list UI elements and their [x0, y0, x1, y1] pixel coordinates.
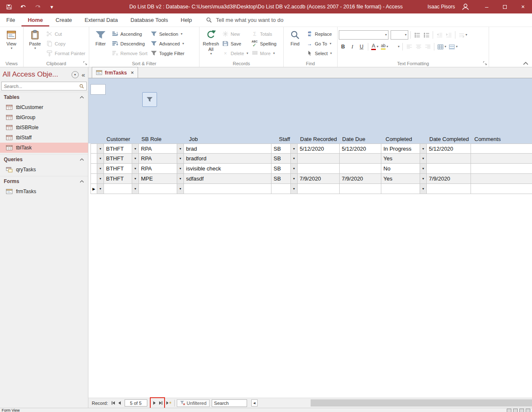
- first-record-button[interactable]: [110, 400, 117, 407]
- sb-role-combo-arrow-icon[interactable]: ▼: [177, 184, 184, 194]
- new-blank-record-button[interactable]: [166, 400, 172, 407]
- nav-section-tables[interactable]: Tables: [0, 92, 88, 102]
- date-completed-field[interactable]: [427, 184, 471, 194]
- maximize-button[interactable]: [496, 0, 514, 13]
- nav-section-forms[interactable]: Forms: [0, 176, 88, 186]
- filter-button[interactable]: Filter: [90, 28, 111, 47]
- id-combo-arrow-icon[interactable]: ▼: [97, 184, 104, 194]
- nav-section-queries[interactable]: Queries: [0, 154, 88, 165]
- paste-button[interactable]: Paste ▾: [25, 28, 45, 50]
- date-due-field[interactable]: 5/12/2020: [340, 144, 381, 153]
- completed-combo-arrow-icon[interactable]: ▼: [420, 144, 427, 153]
- increase-indent-button[interactable]: [444, 31, 453, 39]
- font-color-button[interactable]: A▾: [370, 43, 379, 51]
- job-field[interactable]: isvisible check: [184, 164, 271, 173]
- row-selector[interactable]: [90, 164, 97, 173]
- scroll-left-button[interactable]: ◀: [251, 399, 258, 407]
- completed-field[interactable]: Yes: [381, 174, 420, 183]
- job-field[interactable]: bradford: [184, 154, 271, 163]
- job-field[interactable]: [184, 184, 271, 194]
- comments-field[interactable]: [471, 184, 532, 194]
- date-due-field[interactable]: [340, 164, 381, 173]
- staff-field[interactable]: SB: [271, 174, 291, 183]
- new-record-button[interactable]: New: [221, 29, 250, 39]
- spelling-button[interactable]: ABC✓Spelling: [250, 39, 279, 48]
- sb-role-combo-arrow-icon[interactable]: ▼: [177, 174, 184, 183]
- align-center-button[interactable]: [414, 43, 423, 51]
- toggle-filter-button[interactable]: Toggle Filter: [149, 48, 186, 58]
- customer-field[interactable]: BTHFT: [104, 174, 132, 183]
- tab-external-data[interactable]: External Data: [78, 13, 124, 27]
- gridlines-button[interactable]: ▾: [436, 43, 447, 51]
- select-button[interactable]: Select▾: [305, 48, 334, 58]
- form-filter-button[interactable]: [142, 92, 157, 107]
- sb-role-field[interactable]: [139, 184, 177, 194]
- tab-database-tools[interactable]: Database Tools: [124, 13, 174, 27]
- row-selector[interactable]: [90, 154, 97, 163]
- filter-status-button[interactable]: Unfiltered: [177, 399, 210, 407]
- completed-combo-arrow-icon[interactable]: ▼: [420, 184, 427, 194]
- nav-item-tblCustomer[interactable]: tblCustomer: [0, 102, 88, 112]
- date-due-field[interactable]: [340, 154, 381, 163]
- delete-button[interactable]: ×Delete▾: [221, 48, 250, 58]
- staff-combo-arrow-icon[interactable]: ▼: [291, 164, 298, 173]
- scrollbar-thumb[interactable]: [311, 399, 532, 407]
- staff-field[interactable]: SB: [271, 144, 291, 153]
- nav-item-tblTask[interactable]: tblTask: [0, 143, 88, 153]
- ascending-button[interactable]: Ascending: [111, 29, 149, 39]
- tab-help[interactable]: Help: [174, 13, 198, 27]
- id-combo-arrow-icon[interactable]: ▼: [97, 154, 104, 163]
- customer-combo-arrow-icon[interactable]: ▼: [132, 164, 139, 173]
- numbering-button[interactable]: [422, 31, 431, 39]
- customer-combo-arrow-icon[interactable]: ▼: [132, 144, 139, 153]
- sb-role-combo-arrow-icon[interactable]: ▼: [177, 154, 184, 163]
- horizontal-scrollbar[interactable]: ◀: [251, 398, 532, 408]
- completed-combo-arrow-icon[interactable]: ▼: [420, 174, 427, 183]
- highlight-button[interactable]: ab▾: [380, 43, 389, 51]
- sb-role-field[interactable]: RPA: [139, 154, 177, 163]
- sb-role-combo-arrow-icon[interactable]: ▼: [177, 144, 184, 153]
- date-recorded-field[interactable]: [298, 164, 340, 173]
- selection-button[interactable]: Selection▾: [149, 29, 186, 39]
- user-name[interactable]: Isaac Pisors: [428, 4, 455, 10]
- undo-icon[interactable]: [19, 3, 27, 11]
- date-recorded-field[interactable]: 7/9/2020: [298, 174, 340, 183]
- find-button[interactable]: Find: [285, 28, 305, 47]
- collapse-ribbon-icon[interactable]: [523, 61, 529, 66]
- nav-item-tblStaff[interactable]: tblStaff: [0, 133, 88, 143]
- copy-button[interactable]: Copy: [45, 39, 88, 48]
- cut-button[interactable]: Cut: [45, 29, 88, 39]
- font-name-combo[interactable]: ▾: [339, 30, 388, 40]
- qat-customize-icon[interactable]: ▾: [48, 3, 56, 11]
- completed-field[interactable]: No: [381, 164, 420, 173]
- id-combo-arrow-icon[interactable]: ▼: [97, 164, 104, 173]
- replace-button[interactable]: abacReplace: [305, 29, 334, 39]
- customer-combo-arrow-icon[interactable]: ▼: [132, 154, 139, 163]
- format-painter-button[interactable]: Format Painter: [45, 48, 88, 58]
- sb-role-combo-arrow-icon[interactable]: ▼: [177, 164, 184, 173]
- completed-combo-arrow-icon[interactable]: ▼: [420, 164, 427, 173]
- job-field[interactable]: brad: [184, 144, 271, 153]
- customer-field[interactable]: BTHFT: [104, 164, 132, 173]
- descending-button[interactable]: Descending: [111, 39, 149, 48]
- row-selector[interactable]: [90, 174, 97, 183]
- completed-combo-arrow-icon[interactable]: ▼: [420, 154, 427, 163]
- date-completed-field[interactable]: [427, 164, 471, 173]
- nav-search-input[interactable]: Search...: [1, 82, 87, 90]
- tab-file[interactable]: File: [0, 13, 21, 27]
- layout-view-shortcut-icon[interactable]: [519, 409, 524, 412]
- avatar[interactable]: [460, 1, 471, 12]
- header-textbox[interactable]: [90, 84, 106, 95]
- more-button[interactable]: More▾: [250, 48, 279, 58]
- row-selector[interactable]: [90, 144, 97, 153]
- completed-field[interactable]: Yes: [381, 154, 420, 163]
- staff-combo-arrow-icon[interactable]: ▼: [291, 144, 298, 153]
- bullets-button[interactable]: [413, 31, 421, 39]
- date-completed-field[interactable]: [427, 154, 471, 163]
- comments-field[interactable]: [471, 164, 532, 173]
- nav-item-tblSBRole[interactable]: tblSBRole: [0, 122, 88, 133]
- collapse-section-icon[interactable]: [80, 96, 84, 99]
- comments-field[interactable]: [471, 174, 532, 183]
- tell-me-box[interactable]: Tell me what you want to do: [206, 13, 283, 27]
- close-button[interactable]: ×: [514, 0, 532, 13]
